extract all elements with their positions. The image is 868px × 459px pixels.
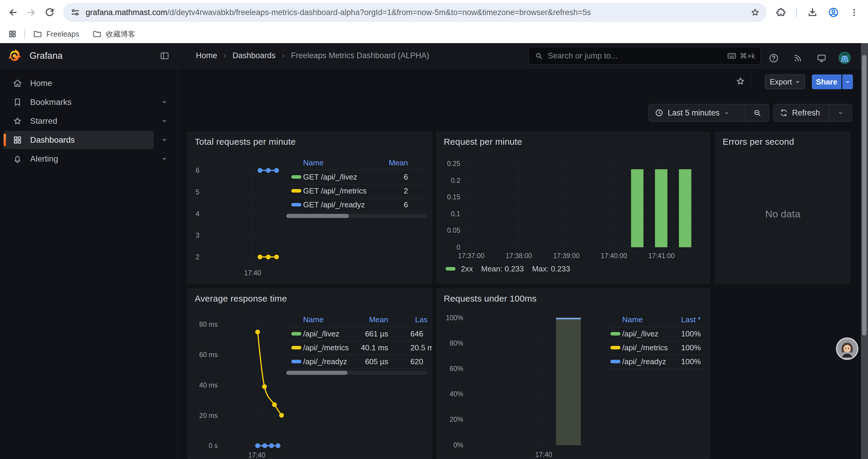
export-label: Export [770, 77, 792, 87]
time-range-label: Last 5 minutes [668, 108, 720, 118]
star-icon [12, 116, 23, 126]
share-button[interactable]: Share [812, 74, 841, 89]
legend-header-mean[interactable]: Mean [331, 157, 408, 170]
series-last: 646 [410, 327, 423, 341]
chevron-down-icon[interactable] [161, 118, 167, 124]
sidebar-item-bookmarks[interactable]: Bookmarks [4, 93, 154, 111]
panel-title[interactable]: Errors per second [723, 137, 794, 147]
legend-table-row[interactable]: GET /api/_/metrics2 [286, 184, 427, 198]
bookmark-label: 收藏博客 [106, 29, 135, 39]
toolbar-divider [751, 76, 751, 88]
breadcrumb-home[interactable]: Home [196, 51, 217, 60]
chevron-down-icon [838, 110, 843, 116]
legend-header-name[interactable]: Name [303, 157, 323, 170]
refresh-interval-button[interactable] [829, 104, 852, 121]
y-tick-label: 0.2 [437, 176, 460, 185]
legend-mean: Mean: 0.233 [481, 264, 524, 273]
profile-icon[interactable] [828, 7, 839, 18]
panel-average-response-time: Average response time80 ms60 ms40 ms20 m… [187, 289, 432, 459]
search-shortcut: ⌘+k [727, 51, 755, 61]
page-scrollbar [861, 43, 868, 459]
series-mean: 6 [331, 170, 408, 184]
series-last: 20.5 m [410, 341, 432, 355]
site-settings-icon[interactable] [70, 7, 80, 18]
legend-table-row[interactable]: GET /api/_/readyz6 [286, 198, 427, 212]
browser-menu-icon[interactable] [849, 7, 859, 18]
favorite-star-icon[interactable] [735, 76, 745, 86]
user-avatar[interactable] [838, 52, 851, 64]
legend-table-row[interactable]: /api/_/livez661 µs646 [286, 327, 427, 341]
sidebar-item-starred[interactable]: Starred [4, 112, 154, 130]
chevron-down-icon[interactable] [161, 136, 167, 143]
refresh-button[interactable]: Refresh [774, 104, 829, 121]
download-icon[interactable] [807, 7, 818, 18]
sidebar: HomeBookmarksStarredDashboardsAlerting [0, 68, 177, 459]
reload-icon[interactable] [44, 7, 55, 18]
assistant-avatar[interactable] [836, 337, 859, 360]
y-tick-label: 80% [437, 339, 463, 348]
zoom-out-button[interactable] [746, 104, 769, 121]
bookmark-folder-freeleaps[interactable]: Freeleaps [33, 29, 79, 39]
legend-table-row[interactable]: /api/_/readyz100% [606, 355, 705, 369]
series-color-pill [291, 203, 301, 206]
sidebar-item-alerting[interactable]: Alerting [4, 150, 154, 168]
gridline-v [544, 318, 544, 445]
series-color-pill [291, 189, 301, 193]
chart-legend[interactable]: 2xxMean: 0.233Max: 0.233 [445, 264, 570, 274]
time-range-picker[interactable]: Last 5 minutes [649, 104, 745, 121]
monitor-icon[interactable] [816, 53, 827, 64]
url-bar[interactable]: grafana.mathmast.com/d/deytv4rwavabkb/fr… [63, 3, 767, 22]
chevron-down-icon[interactable] [161, 155, 167, 162]
legend-max: Max: 0.233 [532, 264, 570, 273]
series-color-pill [291, 175, 301, 179]
legend-header-last[interactable]: Last * [624, 314, 701, 327]
gridline-h [464, 230, 705, 231]
panel-title[interactable]: Requests under 100ms [444, 294, 536, 304]
bar-2xx [655, 169, 668, 247]
rss-icon[interactable] [793, 53, 803, 63]
page-scrollbar-thumb[interactable] [862, 55, 867, 335]
chevron-down-icon[interactable] [161, 99, 167, 105]
help-icon[interactable] [769, 53, 779, 64]
search-box[interactable]: ⌘+k [529, 47, 761, 65]
gridline-h [464, 247, 705, 248]
grafana-header: Grafana Home Dashboards Freeleaps Metric… [0, 43, 868, 68]
folder-icon [92, 29, 102, 39]
legend-header-mean[interactable]: Mean [311, 314, 388, 327]
bookmark-label: Freeleaps [46, 30, 79, 38]
legend-table: NameMeanLas/api/_/livez661 µs646/api/_/m… [286, 314, 427, 377]
legend-table-row[interactable]: /api/_/metrics40.1 ms20.5 m [286, 341, 427, 355]
extensions-icon[interactable] [776, 7, 786, 18]
sidebar-item-dashboards[interactable]: Dashboards [4, 131, 154, 149]
legend-header-last[interactable]: Las [415, 314, 428, 327]
series-color-pill [610, 332, 620, 335]
series-last: 100% [624, 341, 701, 355]
dashboard-body: HomeBookmarksStarredDashboardsAlerting E… [0, 68, 868, 459]
sidebar-item-home[interactable]: Home [4, 74, 154, 93]
search-input[interactable] [547, 51, 727, 61]
legend-table-row[interactable]: /api/_/livez100% [606, 327, 705, 341]
gridline-v [519, 164, 519, 247]
zoom-out-icon [753, 108, 762, 117]
home-icon [12, 78, 23, 88]
y-tick-label: 0 [437, 243, 460, 252]
sidebar-item-label: Bookmarks [30, 97, 71, 107]
table-scrollbar-thumb[interactable] [286, 214, 349, 218]
legend-table-row[interactable]: /api/_/readyz605 µs620 [286, 355, 427, 369]
table-scrollbar-thumb[interactable] [286, 371, 347, 375]
back-icon[interactable] [8, 7, 18, 18]
bookmark-star-icon[interactable] [750, 7, 760, 18]
grafana-logo-icon[interactable] [8, 48, 22, 63]
collapse-menu-icon[interactable] [159, 51, 169, 61]
share-menu-button[interactable] [842, 74, 853, 89]
url-text: grafana.mathmast.com/d/deytv4rwavabkb/fr… [86, 8, 591, 17]
breadcrumb-dashboards[interactable]: Dashboards [232, 51, 276, 60]
bookmark-folder-blogs[interactable]: 收藏博客 [92, 29, 135, 39]
panel-total-requests-per-minute: Total requests per minute6543217:40NameM… [187, 132, 432, 283]
legend-table-row[interactable]: /api/_/metrics100% [606, 341, 705, 355]
bookmarks-separator [24, 29, 25, 39]
legend-table-row[interactable]: GET /api/_/livez6 [286, 170, 427, 184]
apps-grid-icon[interactable] [8, 29, 17, 39]
export-button[interactable]: Export [765, 74, 805, 89]
panel-title[interactable]: Request per minute [444, 137, 522, 147]
